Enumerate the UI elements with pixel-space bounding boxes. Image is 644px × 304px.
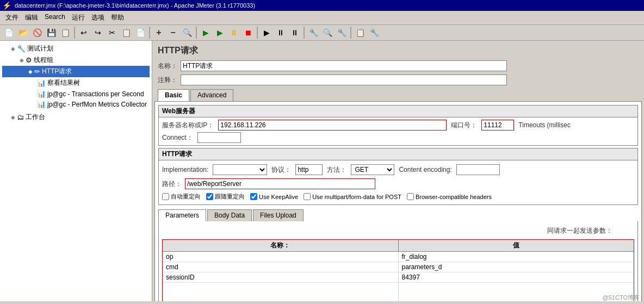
paste-button[interactable]: 📄 — [134, 26, 147, 39]
start-no-pause-button[interactable]: ▶ — [213, 26, 226, 39]
http-request-content: Implementation: HttpClient4 Java 协议： 方法：… — [159, 160, 637, 204]
tree-item-workbench[interactable]: ◆ 🗂 工作台 — [2, 111, 150, 123]
http-request-section: HTTP请求 Implementation: HttpClient4 Java … — [158, 148, 638, 205]
browse-button[interactable]: 🔍 — [181, 26, 194, 39]
check-row: 自动重定向 跟随重定向 Use KeepAlive Use multi — [162, 191, 634, 202]
clear2-button[interactable]: ⏸ — [288, 26, 301, 39]
web-server-header: Web服务器 — [159, 106, 637, 117]
tree-item-tps[interactable]: 📊 jp@gc - Transactions per Second — [2, 89, 150, 99]
panel-title: HTTP请求 — [154, 43, 642, 59]
cut-button[interactable]: ✂ — [106, 26, 119, 39]
timeouts-label: Timeouts (millisec — [518, 121, 571, 129]
checkbox-keepalive[interactable]: Use KeepAlive — [250, 193, 298, 200]
method-select[interactable]: GET POST PUT DELETE — [351, 164, 394, 175]
search2-button[interactable]: 🔍 — [321, 26, 334, 39]
send-together-label: 同请求一起发送参数： — [162, 225, 634, 237]
table-row: op fr_dialog — [163, 252, 634, 262]
tab-basic[interactable]: Basic — [158, 89, 189, 101]
tree-label-resulttree: 察看结果树 — [47, 78, 80, 88]
param-name-3 — [163, 283, 399, 301]
follow-redirect-checkbox[interactable] — [206, 193, 213, 200]
menu-options[interactable]: 选项 — [88, 12, 108, 23]
port-label: 端口号： — [451, 121, 477, 130]
sub-tab-body-data[interactable]: Body Data — [207, 209, 252, 221]
comment-input[interactable] — [181, 75, 507, 85]
method-label: 方法： — [327, 165, 346, 175]
comment-label: 注释： — [158, 76, 177, 85]
protocol-input[interactable] — [295, 164, 323, 175]
clear-button[interactable]: ▶ — [260, 26, 273, 39]
tree-item-http-request[interactable]: ◆ ✏ HTTP请求 — [2, 66, 150, 77]
tree-icon-resulttree: 📊 — [37, 79, 46, 87]
browser-compat-checkbox[interactable] — [407, 193, 414, 200]
tree-icon-threadgroup: ⚙ — [26, 56, 32, 64]
server-input[interactable] — [218, 120, 447, 131]
new-button[interactable]: 📄 — [2, 26, 15, 39]
checkbox-browser-compat[interactable]: Browser-compatible headers — [407, 193, 492, 200]
stop-button[interactable]: ⏹ — [242, 26, 255, 39]
checkbox-follow-redirect[interactable]: 跟随重定向 — [206, 193, 245, 201]
param-table: 名称： 值 op fr_dialog cmd parameters_d sess… — [162, 239, 634, 301]
add-button[interactable]: + — [152, 26, 165, 39]
save-as-button[interactable]: 📋 — [59, 26, 72, 39]
table-row: cmd parameters_d — [163, 262, 634, 272]
auto-redirect-checkbox[interactable] — [162, 193, 169, 200]
info-button[interactable]: 🔧 — [335, 26, 348, 39]
title-bar: ⚡ datacenterr.jmx (F:\apache-jmeter-3.1\… — [0, 0, 644, 11]
keepalive-checkbox[interactable] — [250, 193, 257, 200]
sep6 — [350, 27, 351, 39]
checkbox-multipart[interactable]: Use multipart/form-data for POST — [304, 193, 401, 200]
list-button[interactable]: 📋 — [354, 26, 367, 39]
undo-button[interactable]: ↩ — [77, 26, 90, 39]
checkbox-auto-redirect[interactable]: 自动重定向 — [162, 193, 201, 201]
param-header-value: 值 — [399, 240, 634, 251]
param-value-0: fr_dialog — [399, 252, 634, 262]
multipart-checkbox[interactable] — [304, 193, 311, 200]
encoding-input[interactable] — [456, 164, 500, 175]
connect-label: Connect： — [162, 133, 193, 142]
right-panel: HTTP请求 名称： 注释： Basic Advanced Web服务器 服务器… — [152, 41, 644, 301]
sub-tab-parameters[interactable]: Parameters — [158, 209, 206, 221]
tree-icon-testplan: 🔧 — [17, 45, 26, 53]
copy-button[interactable]: 📋 — [120, 26, 133, 39]
open-button[interactable]: 📂 — [16, 26, 29, 39]
sub-tab-files-upload[interactable]: Files Upload — [253, 209, 304, 221]
menu-file[interactable]: 文件 — [2, 12, 22, 23]
comment-row: 注释： — [154, 73, 642, 87]
remote-button[interactable]: 🔧 — [368, 26, 381, 39]
menu-run[interactable]: 运行 — [69, 12, 88, 23]
app-icon: ⚡ — [2, 1, 11, 10]
function-helper-button[interactable]: 🔧 — [307, 26, 320, 39]
sub-tab-bar: Parameters Body Data Files Upload — [158, 207, 638, 221]
tree-item-test-plan[interactable]: ◆ 🔧 测试计划 — [2, 43, 150, 54]
tree-label-httprequest: HTTP请求 — [42, 67, 72, 76]
close-button[interactable]: 🚫 — [30, 26, 44, 39]
sep2 — [149, 27, 150, 39]
http-request-header: HTTP请求 — [159, 148, 637, 160]
start-button[interactable]: ▶ — [199, 26, 212, 39]
param-name-1: cmd — [163, 262, 399, 272]
redo-button[interactable]: ↪ — [91, 26, 104, 39]
clear-all-button[interactable]: ⏸ — [274, 26, 287, 39]
tree-item-thread-group[interactable]: ◆ ⚙ 线程组 — [2, 54, 150, 66]
tree-label-threadgroup: 线程组 — [34, 55, 53, 65]
save-button[interactable]: 💾 — [45, 26, 58, 39]
connect-input[interactable] — [197, 132, 241, 143]
web-server-section: Web服务器 服务器名称或IP： 端口号： Timeouts (millisec… — [158, 105, 638, 146]
menu-edit[interactable]: 编辑 — [22, 12, 41, 23]
menu-help[interactable]: 帮助 — [108, 12, 127, 23]
impl-select[interactable]: HttpClient4 Java — [213, 164, 267, 175]
remove-button[interactable]: − — [166, 26, 179, 39]
tab-advanced[interactable]: Advanced — [190, 89, 233, 101]
path-row: 路径： — [162, 177, 634, 191]
name-input[interactable] — [181, 60, 507, 71]
tree-item-perfmon[interactable]: 📊 jp@gc - PerfMon Metrics Collector — [2, 99, 150, 109]
tree-label-workbench: 工作台 — [26, 113, 45, 122]
tree-item-result-tree[interactable]: 📊 察看结果树 — [2, 77, 150, 89]
table-row — [163, 283, 634, 301]
menu-search[interactable]: Search — [41, 12, 69, 23]
path-input[interactable] — [185, 178, 375, 189]
port-input[interactable] — [481, 120, 514, 131]
pause-button[interactable]: ⏸ — [227, 26, 240, 39]
param-header-name: 名称： — [163, 240, 399, 251]
